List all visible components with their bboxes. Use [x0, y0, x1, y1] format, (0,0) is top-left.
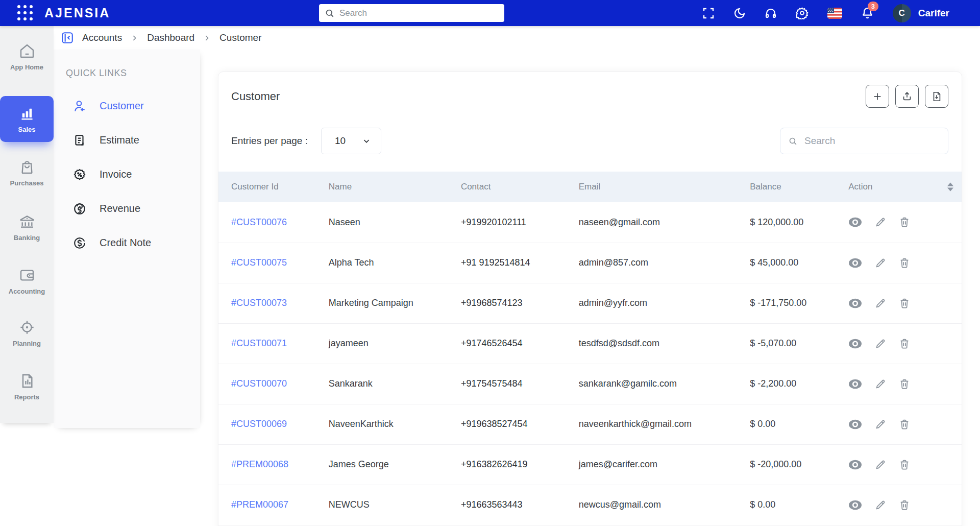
edit-pencil-icon[interactable]: [875, 378, 886, 390]
shopping-bag-icon: [19, 159, 35, 175]
delete-trash-icon[interactable]: [899, 378, 910, 390]
row-actions: [848, 459, 962, 470]
customer-id-link[interactable]: #CUST00071: [218, 323, 316, 364]
edit-pencil-icon[interactable]: [875, 217, 886, 228]
report-file-icon: [19, 373, 35, 389]
edit-pencil-icon[interactable]: [875, 459, 886, 470]
customer-contact: +91746526454: [448, 323, 566, 364]
support-headphones-icon[interactable]: [765, 7, 777, 19]
crosshair-icon: [19, 319, 35, 336]
view-eye-icon[interactable]: [848, 217, 862, 227]
user-menu[interactable]: C Carifer: [893, 4, 949, 22]
table-row: #CUST00071 jayameen +91746526454 tesdfsd…: [218, 323, 962, 364]
sidebar-item-accounting[interactable]: Accounting: [0, 267, 54, 295]
home-icon: [19, 43, 35, 59]
customer-email: naseen@gmail.com: [566, 202, 738, 243]
sidebar-item-planning[interactable]: Planning: [0, 319, 54, 347]
sidebar-collapse-icon[interactable]: [61, 31, 74, 44]
customer-name: Alpha Tech: [316, 243, 448, 283]
upload-icon: [901, 91, 913, 102]
edit-pencil-icon[interactable]: [875, 257, 886, 269]
quick-link-credit-note[interactable]: Credit Note: [54, 226, 200, 260]
sidebar-item-sales[interactable]: Sales: [0, 96, 54, 142]
row-actions: [848, 257, 962, 269]
edit-pencil-icon[interactable]: [875, 338, 886, 349]
breadcrumb: Accounts Dashboard Customer: [54, 26, 980, 50]
edit-pencil-icon[interactable]: [875, 499, 886, 511]
quick-link-invoice[interactable]: Invoice: [54, 157, 200, 192]
apps-grid-icon[interactable]: [17, 5, 33, 21]
delete-trash-icon[interactable]: [899, 257, 910, 269]
table-row: #CUST00070 Sankarank +91754575484 sankar…: [218, 364, 962, 404]
customer-id-link[interactable]: #CUST00075: [218, 243, 316, 283]
customer-balance: $ 0.00: [737, 485, 836, 525]
upload-button[interactable]: [895, 85, 919, 108]
estimate-file-icon: [73, 134, 86, 147]
column-header-balance[interactable]: Balance: [737, 172, 836, 202]
global-search[interactable]: [319, 4, 504, 22]
view-eye-icon[interactable]: [848, 258, 862, 268]
page-title: Customer: [231, 90, 280, 103]
quick-link-revenue[interactable]: Revenue: [54, 192, 200, 226]
fullscreen-icon[interactable]: [702, 7, 715, 19]
sidebar-item-reports[interactable]: Reports: [0, 373, 54, 401]
sidebar-item-purchases[interactable]: Purchases: [0, 159, 54, 187]
customer-id-link[interactable]: #PREM00068: [218, 444, 316, 485]
customer-balance: $ 120,000.00: [737, 202, 836, 243]
sort-icon[interactable]: [947, 183, 953, 192]
delete-trash-icon[interactable]: [899, 459, 910, 470]
customer-email: james@carifer.com: [566, 444, 738, 485]
customer-id-link[interactable]: #CUST00073: [218, 283, 316, 323]
column-header-customer-id[interactable]: Customer Id: [218, 172, 316, 202]
delete-trash-icon[interactable]: [899, 499, 910, 511]
quick-link-customer[interactable]: Customer: [54, 89, 200, 123]
view-eye-icon[interactable]: [848, 379, 862, 389]
customer-email: sankarank@gamilc.com: [566, 364, 738, 404]
entries-per-page-label: Entries per page :: [231, 135, 308, 147]
table-search[interactable]: [780, 128, 948, 154]
customer-id-link[interactable]: #CUST00069: [218, 404, 316, 444]
notifications-bell-icon[interactable]: 3: [861, 7, 874, 19]
delete-trash-icon[interactable]: [899, 419, 910, 430]
column-header-name[interactable]: Name: [316, 172, 448, 202]
edit-pencil-icon[interactable]: [875, 419, 886, 430]
export-file-button[interactable]: [925, 85, 948, 108]
sidebar-item-banking[interactable]: Banking: [0, 213, 54, 242]
settings-gear-icon[interactable]: [796, 7, 808, 19]
global-search-input[interactable]: [339, 8, 498, 18]
top-navbar: AJENSIA 3 C Carifer: [0, 0, 980, 26]
view-eye-icon[interactable]: [848, 500, 862, 510]
delete-trash-icon[interactable]: [899, 217, 910, 228]
customer-name: Sankarank: [316, 364, 448, 404]
delete-trash-icon[interactable]: [899, 338, 910, 349]
view-eye-icon[interactable]: [848, 339, 862, 349]
customer-id-link[interactable]: #PREM00067: [218, 485, 316, 525]
delete-trash-icon[interactable]: [899, 298, 910, 309]
customer-id-link[interactable]: #CUST00076: [218, 202, 316, 243]
column-header-contact[interactable]: Contact: [448, 172, 566, 202]
add-customer-button[interactable]: [866, 85, 889, 108]
bar-chart-icon: [19, 105, 35, 122]
customer-email: tesdfsd@sdsdf.com: [566, 323, 738, 364]
customer-id-link[interactable]: #CUST00070: [218, 364, 316, 404]
card-header: Customer: [218, 72, 962, 121]
column-header-email[interactable]: Email: [566, 172, 738, 202]
entries-per-page-select[interactable]: 10: [321, 128, 381, 154]
entries-per-page-value: 10: [335, 135, 346, 147]
sidebar-item-app-home[interactable]: App Home: [0, 43, 54, 71]
view-eye-icon[interactable]: [848, 298, 862, 308]
breadcrumb-item-dashboard[interactable]: Dashboard: [147, 32, 194, 43]
dark-mode-moon-icon[interactable]: [733, 7, 746, 19]
column-header-action[interactable]: Action: [836, 172, 962, 202]
table-search-input[interactable]: [804, 135, 940, 147]
wallet-icon: [19, 267, 35, 283]
language-flag-icon[interactable]: [827, 8, 842, 19]
customer-email: newcus@gmail.com: [566, 485, 738, 525]
view-eye-icon[interactable]: [848, 460, 862, 470]
breadcrumb-item-accounts[interactable]: Accounts: [82, 32, 122, 43]
breadcrumb-item-customer[interactable]: Customer: [219, 32, 261, 43]
view-eye-icon[interactable]: [848, 419, 862, 429]
edit-pencil-icon[interactable]: [875, 298, 886, 309]
quick-link-estimate[interactable]: Estimate: [54, 123, 200, 157]
quick-links-title: QUICK LINKS: [66, 68, 200, 79]
